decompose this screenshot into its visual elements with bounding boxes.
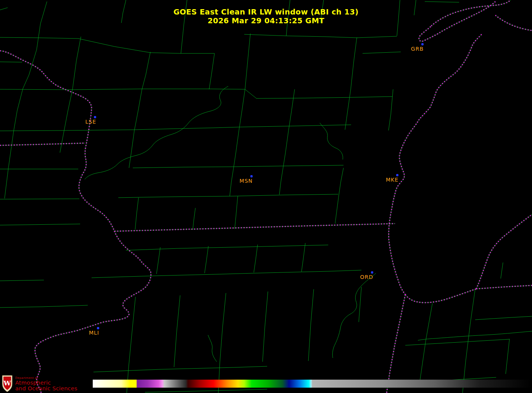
station-label: GRB: [411, 46, 424, 52]
title-line-1: GOES East Clean IR LW window (ABI ch 13): [0, 8, 532, 16]
state-border-underlay: [0, 0, 532, 393]
crest-monogram: W: [3, 379, 11, 387]
temperature-colorbar: [93, 380, 532, 388]
logo-dept-label: Department of: [15, 376, 77, 380]
station-dot-icon: [396, 174, 398, 176]
county-lines-vertical: [5, 0, 509, 393]
station-dot-icon: [421, 43, 424, 45]
station-label: MLI: [89, 330, 99, 336]
station-dot-icon: [371, 271, 373, 274]
station-dot-icon: [250, 175, 253, 177]
uw-aos-logo: W Department of Atmospheric and Oceanic …: [2, 375, 77, 393]
uw-crest-icon: W: [2, 375, 13, 393]
county-lines-horizontal: [0, 2, 532, 392]
station-label: MSN: [240, 178, 253, 184]
map-overlay: [0, 0, 532, 393]
river-lines: [85, 86, 532, 362]
satellite-image-viewer: GOES East Clean IR LW window (ABI ch 13)…: [0, 0, 532, 393]
image-title: GOES East Clean IR LW window (ABI ch 13)…: [0, 8, 532, 25]
title-line-2: 2026 Mar 29 04:13:25 GMT: [0, 16, 532, 25]
station-label: ORD: [360, 274, 373, 280]
logo-line-2: and Oceanic Sciences: [15, 386, 77, 391]
station-dot-icon: [97, 327, 99, 329]
logo-text: Department of Atmospheric and Oceanic Sc…: [15, 376, 77, 391]
station-dot-icon: [94, 116, 96, 118]
logo-line-1: Atmospheric: [15, 380, 77, 386]
station-label: LSE: [85, 119, 96, 125]
state-border-dots: [0, 0, 532, 393]
station-label: MKE: [386, 177, 398, 183]
